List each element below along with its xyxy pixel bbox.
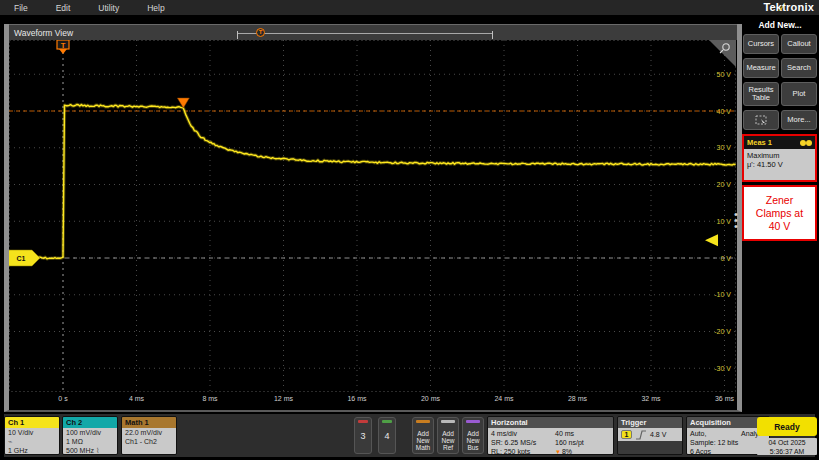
trigger-slope-icon (636, 430, 646, 440)
t-axis-label: 24 ms (494, 395, 514, 402)
menu-utility[interactable]: Utility (98, 3, 119, 13)
waveform-view-tab[interactable]: Waveform View (14, 28, 73, 38)
v-axis-label: 30 V (717, 144, 732, 151)
ref-color-stripe (441, 420, 455, 423)
menu-edit[interactable]: Edit (56, 3, 71, 13)
ch1-badge-title: Ch 1 (5, 417, 59, 428)
ch2-badge-title: Ch 2 (63, 417, 117, 428)
results-table-button[interactable]: Results Table (743, 82, 779, 106)
meas1-title: Meas 1 (747, 138, 772, 147)
time-label: 5:36:37 AM (757, 448, 817, 457)
meas1-highlight-box: Meas 1 Maximum μ': 41.50 V (742, 134, 817, 182)
math1-source: Ch1 - Ch2 (125, 437, 173, 446)
screen-annotation-icon (755, 115, 768, 126)
trigger-panel[interactable]: Trigger 1 4.8 V (617, 416, 683, 455)
t-axis-label: 16 ms (347, 395, 367, 402)
horizontal-window: 40 ms (555, 429, 610, 438)
math1-badge[interactable]: Math 1 22.0 mV/div Ch1 - Ch2 (121, 416, 177, 455)
v-axis-label: 20 V (717, 181, 732, 188)
acquisition-sample: Sample: 12 bits (690, 438, 738, 447)
ready-button[interactable]: Ready (757, 417, 817, 436)
tektronix-logo: Tek∕tronix (763, 1, 814, 13)
waveform-trace-glow (10, 105, 736, 259)
panel-splitter-handle[interactable]: ••• (733, 211, 739, 231)
ch2-termination: 1 MΩ (66, 437, 114, 446)
ch1-bandwidth: 1 GHz (8, 446, 56, 455)
ch4-button[interactable]: 4 (378, 417, 396, 454)
more-button[interactable]: More... (781, 110, 817, 130)
waveform-view-panel: Waveform View T 50 V40 V30 V20 V10 V0 V-… (4, 24, 742, 412)
v-axis-label: 10 V (717, 218, 732, 225)
bus-color-stripe (466, 420, 480, 423)
trigger-flag-label: T (61, 41, 66, 50)
plot-button[interactable]: Plot (781, 82, 817, 106)
channel-1-marker-label: C1 (17, 255, 26, 262)
t-axis-label: 0 s (58, 395, 68, 402)
waveform-trace[interactable] (10, 105, 736, 259)
add-new-bus-button[interactable]: Add New Bus (462, 417, 484, 454)
waveform-view-tabbar: Waveform View T (9, 24, 737, 40)
meas-toggle-icon[interactable] (800, 140, 812, 146)
trigger-flag-pointer-icon (59, 49, 67, 54)
math1-scale: 22.0 mV/div (125, 428, 173, 437)
ch2-badge[interactable]: Ch 2 100 mV/div 1 MΩ 500 MHz ⌇ (62, 416, 118, 455)
v-axis-label: -20 V (714, 328, 731, 335)
acquisition-count: 6 Acqs (690, 447, 711, 455)
add-new-header: Add New... (742, 20, 818, 30)
ch3-button[interactable]: 3 (354, 417, 372, 454)
v-axis-label: -10 V (714, 291, 731, 298)
math1-badge-title: Math 1 (122, 417, 176, 428)
slider-track (238, 33, 492, 34)
add-new-math-button[interactable]: Add New Math (412, 417, 434, 454)
probe-icon: ⌁ (8, 438, 12, 445)
trigger-position-icon: ▼ (555, 449, 561, 455)
trigger-level: 4.8 V (650, 431, 666, 438)
ch3-color-stripe (358, 420, 368, 423)
ch2-scale: 100 mV/div (66, 428, 114, 437)
horizontal-position-slider[interactable]: T (237, 31, 493, 39)
horizontal-position: 8% (562, 448, 572, 455)
menu-help[interactable]: Help (147, 3, 164, 13)
measure-button[interactable]: Measure (743, 58, 779, 78)
ch1-scale: 10 V/div (8, 428, 56, 437)
meas1-value: μ': 41.50 V (747, 160, 812, 169)
meas1-badge[interactable]: Meas 1 Maximum μ': 41.50 V (744, 136, 815, 180)
add-new-ref-button[interactable]: Add New Ref (437, 417, 459, 454)
trigger-source-badge[interactable]: 1 (621, 430, 632, 439)
date-label: 04 Oct 2025 (757, 439, 817, 448)
right-sidebar: Add New... Cursors Callout Measure Searc… (742, 16, 819, 414)
v-axis-label: -30 V (714, 365, 731, 372)
horizontal-recordlength: RL: 250 kpts (491, 447, 555, 455)
graticule[interactable]: 50 V40 V30 V20 V10 V0 V-10 V-20 V-30 V0 … (9, 40, 737, 406)
graticule-wrap: 50 V40 V30 V20 V10 V0 V-10 V-20 V-30 V0 … (9, 40, 737, 410)
annotation-line: Clamps at (756, 207, 803, 220)
ch1-badge[interactable]: Ch 1 10 V/div ⌁ 1 GHz (4, 416, 60, 455)
ch4-color-stripe (382, 420, 392, 423)
trigger-title: Trigger (618, 417, 682, 428)
minimap-trigger-marker[interactable]: T (256, 28, 265, 37)
cursors-button[interactable]: Cursors (743, 34, 779, 54)
graticule-border (10, 41, 736, 392)
horizontal-panel[interactable]: Horizontal 4 ms/div40 ms SR: 6.25 MS/s16… (487, 416, 614, 455)
t-axis-label: 20 ms (421, 395, 441, 402)
callout-button[interactable]: Callout (781, 34, 817, 54)
t-axis-label: 32 ms (641, 395, 661, 402)
menu-bar: File Edit Utility Help Tek∕tronix (0, 0, 819, 16)
annotation-callout: Zener Clamps at 40 V (742, 185, 817, 241)
t-axis-label: 8 ms (202, 395, 218, 402)
horizontal-title: Horizontal (488, 417, 613, 428)
ch2-bandwidth: 500 MHz (66, 447, 94, 454)
t-axis-label: 28 ms (568, 395, 588, 402)
menu-file[interactable]: File (14, 3, 28, 13)
oscilloscope-screen: File Edit Utility Help Tek∕tronix Wavefo… (0, 0, 819, 460)
v-axis-label: 50 V (717, 71, 732, 78)
trigger-level-arrow-icon[interactable] (705, 234, 718, 246)
screen-annotation-button[interactable] (743, 110, 779, 130)
zoom-corner-flap[interactable] (709, 40, 736, 67)
settings-bar: Ch 1 10 V/div ⌁ 1 GHz Ch 2 100 mV/div 1 … (4, 414, 815, 457)
horizontal-samplerate: SR: 6.25 MS/s (491, 438, 555, 447)
search-button[interactable]: Search (781, 58, 817, 78)
horizontal-resolution: 160 ns/pt (555, 438, 610, 447)
annotation-line: Zener (766, 194, 793, 207)
acquisition-mode: Auto, (690, 429, 706, 438)
